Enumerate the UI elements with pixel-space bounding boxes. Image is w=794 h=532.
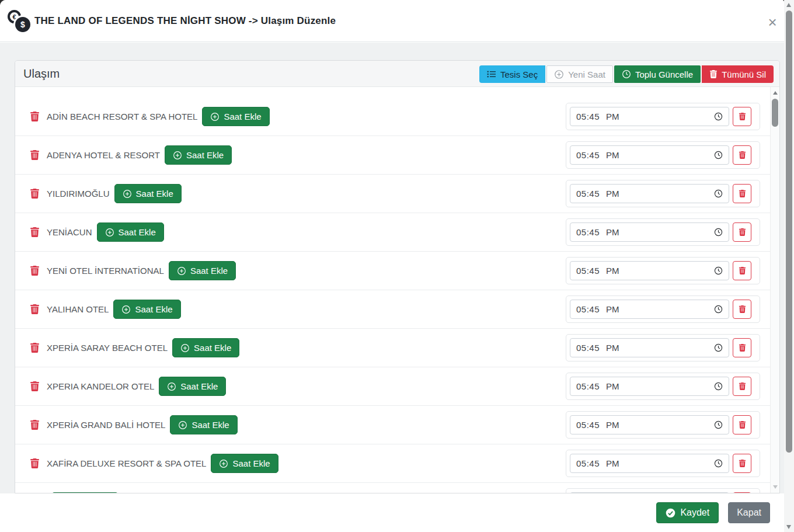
modal-footer: Kaydet Kapat [0, 493, 784, 532]
scroll-down-icon[interactable] [773, 485, 778, 489]
page-scroll-down-icon[interactable] [786, 525, 791, 529]
hotel-row: ADENYA HOTEL & RESORT Saat Ekle 05:45 PM [15, 136, 770, 175]
add-time-button[interactable]: Saat Ekle [114, 184, 182, 203]
clock-icon[interactable] [714, 228, 723, 237]
plus-circle-icon [180, 343, 190, 353]
hotel-row: XPERİA SARAY BEACH OTEL Saat Ekle 05:45 … [15, 329, 770, 367]
trash-icon[interactable] [30, 458, 40, 468]
hotel-name: YILDIRIMOĞLU [47, 189, 110, 199]
hotel-name: XAFİRA DELUXE RESORT & SPA OTEL [47, 458, 206, 468]
time-group: 05:45 PM [566, 257, 760, 284]
page-scroll-up-icon[interactable] [786, 3, 791, 7]
trash-icon[interactable] [30, 304, 40, 314]
list-scrollbar[interactable] [770, 87, 779, 493]
currency-exchange-icon: € $ [8, 10, 32, 34]
hotel-row: XPERIA KANDELOR OTEL Saat Ekle 05:45 PM [15, 367, 770, 406]
time-input[interactable]: 05:45 PM [570, 261, 729, 280]
hotel-row: Saat Ekle [15, 483, 770, 493]
clock-icon[interactable] [714, 189, 723, 198]
trash-icon[interactable] [30, 227, 40, 237]
clock-icon [622, 69, 631, 79]
time-group: 05:45 PM [566, 103, 760, 130]
time-input[interactable]: 05:45 PM [570, 338, 729, 357]
clock-icon[interactable] [714, 112, 723, 121]
bulk-update-button[interactable]: Toplu Güncelle [614, 65, 701, 83]
trash-icon[interactable] [30, 266, 40, 276]
trash-icon[interactable] [30, 150, 40, 160]
list-icon [487, 69, 496, 79]
add-time-button[interactable]: Saat Ekle [159, 377, 226, 396]
time-input[interactable]: 05:45 PM [570, 300, 729, 319]
delete-time-button[interactable] [733, 222, 751, 242]
plus-circle-icon [210, 112, 220, 121]
clock-icon[interactable] [714, 343, 723, 352]
time-group: 05:45 PM [566, 373, 760, 400]
add-time-button[interactable]: Saat Ekle [202, 107, 269, 126]
scroll-up-icon[interactable] [773, 91, 778, 95]
delete-time-button[interactable] [733, 145, 751, 165]
add-time-button[interactable]: Saat Ekle [113, 300, 180, 319]
add-time-button[interactable]: Saat Ekle [169, 261, 236, 280]
delete-time-button[interactable] [733, 415, 751, 434]
add-time-button[interactable]: Saat Ekle [51, 492, 119, 493]
hotel-name: XPERİA SARAY BEACH OTEL [47, 343, 168, 353]
modal-body: Ulaşım Tesis Seç Yeni Saat [0, 43, 784, 493]
clock-icon[interactable] [714, 266, 723, 275]
time-group: 05:45 PM [566, 334, 760, 361]
clock-icon[interactable] [714, 305, 723, 314]
delete-time-button[interactable] [733, 184, 751, 203]
hotel-row: YENİ OTEL İNTERNATİONAL Saat Ekle 05:45 … [15, 252, 770, 290]
new-time-button[interactable]: Yeni Saat [546, 65, 613, 83]
add-time-button[interactable]: Saat Ekle [97, 222, 164, 242]
select-facility-button[interactable]: Tesis Seç [479, 65, 545, 83]
time-group: 05:45 PM [566, 180, 760, 207]
time-input[interactable] [570, 492, 729, 493]
plus-circle-icon [105, 228, 114, 237]
save-button[interactable]: Kaydet [656, 502, 719, 523]
time-input[interactable]: 05:45 PM [570, 107, 729, 126]
time-group [566, 488, 760, 493]
close-button[interactable]: Kapat [728, 502, 770, 523]
delete-time-button[interactable] [733, 492, 751, 493]
add-time-button[interactable]: Saat Ekle [172, 338, 239, 357]
time-group: 05:45 PM [566, 218, 760, 246]
trash-icon[interactable] [30, 189, 40, 199]
clock-icon[interactable] [714, 151, 723, 159]
close-icon[interactable]: × [765, 15, 780, 30]
hotel-row: YENİACUN Saat Ekle 05:45 PM [15, 213, 770, 252]
modal-header: € $ THE LAND OF LEGENDS THE NİGHT SHOW -… [0, 0, 784, 42]
time-input[interactable]: 05:45 PM [570, 222, 729, 242]
trash-icon[interactable] [30, 343, 40, 353]
time-group: 05:45 PM [566, 295, 760, 323]
time-input[interactable]: 05:45 PM [570, 454, 729, 473]
clock-icon[interactable] [714, 420, 723, 429]
time-group: 05:45 PM [566, 411, 760, 439]
trash-icon[interactable] [30, 112, 40, 121]
time-input[interactable]: 05:45 PM [570, 145, 729, 165]
delete-time-button[interactable] [733, 107, 751, 126]
clock-icon[interactable] [714, 459, 723, 468]
plus-circle-icon [123, 189, 132, 199]
delete-time-button[interactable] [733, 338, 751, 357]
clock-icon[interactable] [714, 382, 723, 391]
trash-icon[interactable] [30, 381, 40, 391]
time-input[interactable]: 05:45 PM [570, 184, 729, 203]
trash-icon[interactable] [30, 420, 40, 430]
delete-time-button[interactable] [733, 454, 751, 473]
page-scrollbar[interactable] [784, 0, 794, 532]
add-time-button[interactable]: Saat Ekle [165, 145, 232, 165]
add-time-button[interactable]: Saat Ekle [170, 415, 237, 434]
delete-all-button[interactable]: Tümünü Sil [702, 65, 774, 83]
dollar-coin-icon: $ [15, 17, 30, 32]
delete-time-button[interactable] [733, 377, 751, 396]
list-scrollbar-thumb[interactable] [772, 99, 778, 127]
add-time-button[interactable]: Saat Ekle [211, 454, 278, 473]
plus-circle-icon [177, 266, 186, 276]
time-group: 05:45 PM [566, 450, 760, 477]
plus-circle-icon [167, 382, 176, 391]
page-scrollbar-thumb[interactable] [786, 11, 792, 453]
delete-time-button[interactable] [733, 261, 751, 280]
time-input[interactable]: 05:45 PM [570, 377, 729, 396]
time-input[interactable]: 05:45 PM [570, 415, 729, 434]
delete-time-button[interactable] [733, 300, 751, 319]
